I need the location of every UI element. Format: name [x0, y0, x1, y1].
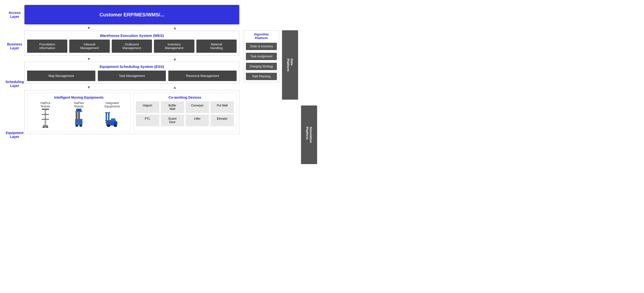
wes-module-2: Outbound Management: [112, 40, 152, 53]
svg-rect-23: [111, 118, 116, 121]
coworking-title: Co-working Devices: [136, 96, 234, 99]
sim-spacer-scheduling: [300, 68, 317, 100]
data-spacer-equipment: [281, 100, 298, 164]
algo-spacer-arrow: [241, 25, 279, 30]
algo-spacer-arrow2: [241, 82, 279, 88]
diagram: Access Layer Business Layer Scheduling L…: [5, 5, 317, 164]
ess-module-1: Task Management: [98, 71, 166, 81]
svg-rect-18: [105, 122, 110, 123]
ess-module-0: Map Management: [27, 71, 96, 81]
center-content: Customer ERP/MES/WMS/... ▼ ▲ Warehouse E…: [24, 5, 239, 164]
arrow-row-3: ▼ ▲: [24, 85, 239, 90]
svg-point-22: [114, 125, 117, 127]
access-layer-label: Access Layer: [5, 5, 24, 25]
svg-point-6: [46, 126, 48, 128]
haipick-item: HaiPickRobots: [30, 101, 61, 129]
svg-rect-3: [42, 114, 49, 115]
arrow-up-3: ▲: [140, 85, 209, 90]
coworking-guarddoor: GuardDoor: [161, 115, 184, 126]
erp-block: Customer ERP/MES/WMS/...: [24, 5, 239, 25]
coworking-grid: Haiport BufferWall Conveyor Put Wall PTL…: [136, 101, 234, 126]
sim-spacer-arrow2: [300, 62, 317, 68]
sim-spacer-arrow1: [300, 25, 317, 30]
algo-module-2: Charging Strategy: [246, 63, 277, 70]
integrated-svg: [104, 107, 121, 129]
svg-rect-9: [78, 112, 80, 119]
arrow-row-2: ▼ ▲: [24, 56, 239, 62]
arrow-down-1: ▼: [54, 25, 123, 31]
algo-spacer-equipment: [241, 88, 279, 164]
ess-modules: Map Management Task Management Resource …: [27, 71, 236, 81]
coworking-block: Co-working Devices Haiport BufferWall Co…: [133, 93, 237, 131]
svg-rect-1: [45, 109, 46, 125]
ess-title: Equipment Scheduling System (ESS): [27, 65, 236, 69]
haipick-image: [30, 109, 61, 129]
svg-rect-7: [75, 119, 82, 125]
svg-rect-8: [76, 112, 78, 119]
coworking-buffer: BufferWall: [161, 101, 184, 113]
svg-rect-4: [42, 119, 49, 120]
equipment-block: Intelligent Moving Equipments HaiPickRob…: [24, 90, 239, 134]
svg-rect-16: [108, 113, 110, 121]
robots-row: HaiPickRobots: [30, 101, 128, 129]
haipick-svg: [39, 107, 52, 129]
svg-rect-11: [76, 109, 82, 112]
svg-point-5: [42, 126, 45, 128]
ess-module-2: Resource Management: [168, 71, 236, 81]
business-layer-label: Business Layer: [5, 30, 24, 62]
svg-rect-20: [114, 121, 117, 125]
svg-rect-15: [106, 113, 107, 121]
ess-block: Equipment Scheduling System (ESS) Map Ma…: [24, 62, 239, 84]
data-platform-box: Data Platform: [282, 30, 298, 100]
algo-spacer-access: [241, 5, 279, 25]
haiflex-image: [63, 109, 95, 129]
svg-rect-17: [105, 120, 110, 121]
simulation-platform-box: Simulation Platform: [301, 106, 317, 164]
intelligent-moving-block: Intelligent Moving Equipments HaiPickRob…: [27, 93, 131, 131]
algo-platform-box: Algorithm Platform Order & Inventory Tas…: [244, 30, 279, 82]
algo-title: Algorithm Platform: [246, 33, 277, 40]
svg-point-21: [107, 125, 110, 127]
coworking-putwall: Put Wall: [210, 101, 234, 113]
algo-module-0: Order & Inventory: [246, 43, 277, 50]
haiflex-item: HaiFlexRobots: [63, 101, 95, 129]
data-spacer-arrow: [281, 25, 298, 30]
wes-module-4: Material Handling: [196, 40, 236, 53]
wes-module-1: Inbound Management: [69, 40, 110, 53]
data-platform-col: Data Platform: [281, 5, 298, 164]
arrow-up-1: ▲: [140, 25, 209, 31]
arrow-down-2: ▼: [54, 56, 123, 62]
svg-point-12: [76, 125, 78, 127]
coworking-lifter: Lifter: [186, 115, 209, 126]
coworking-ptl: PTL: [136, 115, 159, 126]
wes-block: Warehouse Execution System (WES) Foundat…: [24, 31, 239, 56]
integrated-image: [96, 109, 128, 129]
simulation-platform-col: Simulation Platform: [300, 5, 317, 164]
arrow-up-2: ▲: [140, 56, 209, 62]
svg-point-13: [79, 125, 82, 127]
coworking-conveyor: Conveyor: [186, 101, 209, 113]
wes-module-0: Foundation Information: [27, 40, 67, 53]
sim-spacer-business: [300, 30, 317, 62]
haiflex-svg: [73, 107, 85, 129]
integrated-item: IntegratedEquipments: [96, 101, 128, 129]
svg-rect-2: [42, 109, 49, 110]
coworking-elevator: Elevator: [210, 115, 234, 126]
coworking-haiport: Haiport: [136, 101, 159, 113]
algo-module-1: Task Assignment: [246, 53, 277, 60]
data-spacer-access: [281, 5, 298, 25]
sim-spacer-access: [300, 5, 317, 25]
equipment-layer-label: Equipment Layer: [5, 106, 24, 164]
sim-spacer-arrow3: [300, 100, 317, 106]
svg-rect-19: [105, 112, 110, 113]
wes-title: Warehouse Execution System (WES): [27, 34, 236, 38]
layer-labels: Access Layer Business Layer Scheduling L…: [5, 5, 24, 164]
erp-label: Customer ERP/MES/WMS/...: [100, 12, 164, 18]
arrow-row-1: ▼ ▲: [24, 25, 239, 31]
algo-platform-col: Algorithm Platform Order & Inventory Tas…: [241, 5, 279, 164]
wes-modules: Foundation Information Inbound Managemen…: [27, 40, 236, 53]
scheduling-layer-label: Scheduling Layer: [5, 68, 24, 100]
intelligent-title: Intelligent Moving Equipments: [30, 96, 128, 99]
wes-module-3: Inventory Management: [154, 40, 194, 53]
algo-module-3: Path Planning: [246, 73, 277, 80]
